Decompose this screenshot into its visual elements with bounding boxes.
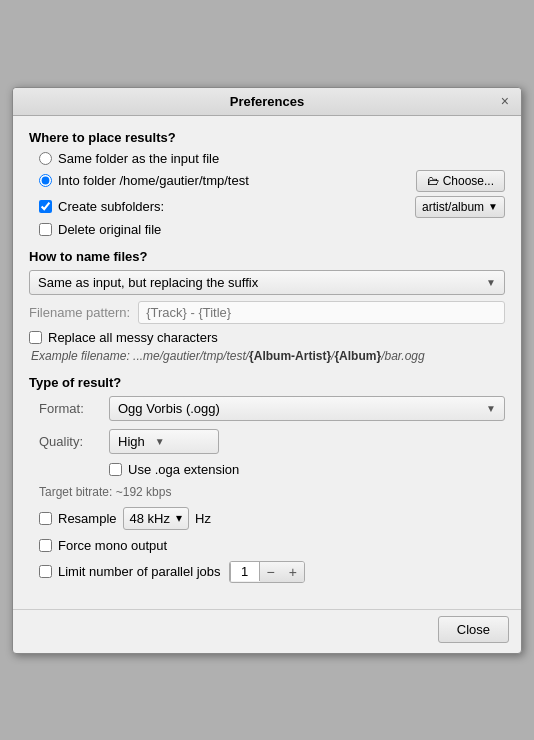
- naming-dropdown-arrow: ▼: [486, 277, 496, 288]
- dialog-content: Where to place results? Same folder as t…: [13, 116, 521, 605]
- example-filename: Example filename: ...me/gautier/tmp/test…: [29, 349, 505, 363]
- where-section-label: Where to place results?: [29, 130, 505, 145]
- parallel-checkbox[interactable]: [39, 565, 52, 578]
- hz-label: Hz: [195, 511, 211, 526]
- artist-album-dropdown[interactable]: artist/album ▼: [415, 196, 505, 218]
- filename-pattern-input[interactable]: [138, 301, 505, 324]
- mono-row: Force mono output: [29, 538, 505, 553]
- example-end: /bar.ogg: [381, 349, 425, 363]
- into-folder-radio[interactable]: [39, 174, 52, 187]
- quality-row: Quality: High ▼: [29, 429, 505, 454]
- parallel-label: Limit number of parallel jobs: [58, 564, 221, 579]
- create-subfolders-row: Create subfolders: artist/album ▼: [29, 196, 505, 218]
- folder-icon: 🗁: [427, 174, 439, 188]
- format-label: Format:: [39, 401, 109, 416]
- dialog-title: Preferences: [230, 94, 304, 109]
- oga-checkbox[interactable]: [109, 463, 122, 476]
- parallel-row: Limit number of parallel jobs 1 − +: [29, 561, 505, 583]
- quality-value: High: [118, 434, 145, 449]
- type-section-label: Type of result?: [29, 375, 505, 390]
- close-dialog-button[interactable]: Close: [438, 616, 509, 643]
- title-bar: Preferences ×: [13, 88, 521, 116]
- resample-label: Resample: [58, 511, 117, 526]
- same-folder-radio[interactable]: [39, 152, 52, 165]
- quality-dropdown[interactable]: High ▼: [109, 429, 219, 454]
- format-dropdown-arrow: ▼: [486, 403, 496, 414]
- resample-row: Resample 48 kHz ▾ Hz: [29, 507, 505, 530]
- delete-original-checkbox[interactable]: [39, 223, 52, 236]
- filename-pattern-label: Filename pattern:: [29, 305, 130, 320]
- into-folder-label: Into folder /home/gautier/tmp/test: [58, 173, 416, 188]
- naming-section-label: How to name files?: [29, 249, 505, 264]
- artist-album-value: artist/album: [422, 200, 484, 214]
- mono-checkbox[interactable]: [39, 539, 52, 552]
- close-x-button[interactable]: ×: [497, 92, 513, 110]
- example-prefix: Example filename: ...me/gautier/tmp/test…: [31, 349, 249, 363]
- preferences-dialog: Preferences × Where to place results? Sa…: [12, 87, 522, 654]
- naming-dropdown[interactable]: Same as input, but replacing the suffix …: [29, 270, 505, 295]
- parallel-stepper: 1 − +: [229, 561, 305, 583]
- choose-button-label: Choose...: [443, 174, 494, 188]
- oga-label: Use .oga extension: [128, 462, 239, 477]
- khz-value: 48 kHz: [130, 511, 170, 526]
- naming-dropdown-value: Same as input, but replacing the suffix: [38, 275, 258, 290]
- quality-dropdown-arrow: ▼: [155, 436, 165, 447]
- resample-checkbox[interactable]: [39, 512, 52, 525]
- replace-messy-row: Replace all messy characters: [29, 330, 505, 345]
- choose-button[interactable]: 🗁 Choose...: [416, 170, 505, 192]
- replace-messy-label: Replace all messy characters: [48, 330, 218, 345]
- same-folder-option[interactable]: Same folder as the input file: [29, 151, 505, 166]
- delete-original-row: Delete original file: [29, 222, 505, 237]
- delete-original-label: Delete original file: [58, 222, 161, 237]
- khz-arrow: ▾: [176, 511, 182, 525]
- filename-pattern-row: Filename pattern:: [29, 301, 505, 324]
- artist-dropdown-arrow: ▼: [488, 201, 498, 212]
- format-row: Format: Ogg Vorbis (.ogg) ▼: [29, 396, 505, 421]
- bitrate-text: Target bitrate: ~192 kbps: [29, 485, 505, 499]
- parallel-decrement-button[interactable]: −: [260, 562, 282, 582]
- same-folder-label: Same folder as the input file: [58, 151, 219, 166]
- parallel-input[interactable]: 1: [230, 562, 260, 581]
- example-bold1: {Album-Artist}: [249, 349, 331, 363]
- parallel-increment-button[interactable]: +: [282, 562, 304, 582]
- dialog-footer: Close: [13, 609, 521, 653]
- into-folder-option[interactable]: Into folder /home/gautier/tmp/test 🗁 Cho…: [29, 170, 505, 192]
- khz-dropdown[interactable]: 48 kHz ▾: [123, 507, 189, 530]
- mono-label: Force mono output: [58, 538, 167, 553]
- create-subfolders-label: Create subfolders:: [58, 199, 164, 214]
- create-subfolders-checkbox[interactable]: [39, 200, 52, 213]
- example-bold2: {Album}: [334, 349, 381, 363]
- quality-label: Quality:: [39, 434, 109, 449]
- replace-messy-checkbox[interactable]: [29, 331, 42, 344]
- oga-row: Use .oga extension: [29, 462, 505, 477]
- format-value: Ogg Vorbis (.ogg): [118, 401, 220, 416]
- format-dropdown[interactable]: Ogg Vorbis (.ogg) ▼: [109, 396, 505, 421]
